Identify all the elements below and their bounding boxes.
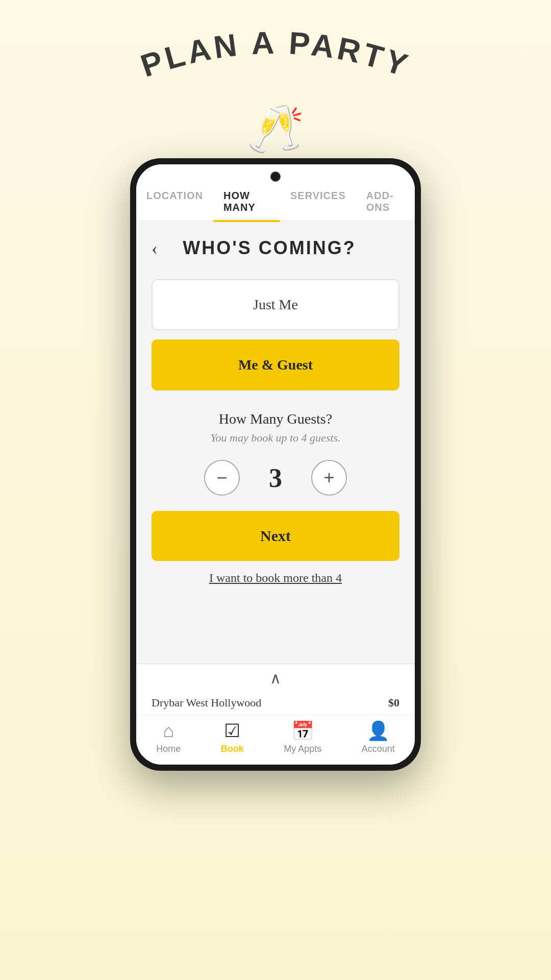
account-label: Account bbox=[362, 744, 395, 754]
plan-party-title: PLAN A PARTY bbox=[136, 25, 415, 84]
me-guest-button[interactable]: Me & Guest bbox=[152, 339, 399, 390]
phone-screen: LOCATION HOW MANY SERVICES ADD-ONS ‹ WHO… bbox=[136, 164, 415, 765]
nav-home[interactable]: ⌂ Home bbox=[156, 720, 181, 754]
bottom-nav: ⌂ Home ☑ Book 📅 My Appts 👤 Account bbox=[136, 715, 415, 765]
guests-section: How Many Guests? You may book up to 4 gu… bbox=[152, 411, 399, 496]
more-than-4-link[interactable]: I want to book more than 4 bbox=[152, 571, 399, 585]
counter-row: − 3 + bbox=[152, 460, 399, 496]
my-appts-label: My Appts bbox=[284, 744, 321, 754]
book-label: Book bbox=[221, 744, 244, 754]
guests-title: How Many Guests? bbox=[152, 411, 399, 427]
page-title: WHO'S COMING? bbox=[163, 237, 376, 259]
svg-text:PLAN A PARTY: PLAN A PARTY bbox=[136, 25, 415, 84]
tab-add-ons[interactable]: ADD-ONS bbox=[356, 186, 415, 217]
nav-my-appts[interactable]: 📅 My Appts bbox=[284, 720, 321, 754]
guests-subtitle: You may book up to 4 guests. bbox=[152, 431, 399, 445]
bottom-bar: ∧ Drybar West Hollywood $0 bbox=[136, 664, 415, 715]
camera-notch bbox=[136, 164, 415, 186]
nav-account[interactable]: 👤 Account bbox=[362, 720, 395, 754]
progress-tabs: LOCATION HOW MANY SERVICES ADD-ONS bbox=[136, 186, 415, 222]
book-icon: ☑ bbox=[224, 720, 240, 742]
phone-frame: LOCATION HOW MANY SERVICES ADD-ONS ‹ WHO… bbox=[130, 158, 421, 771]
price-display: $0 bbox=[388, 696, 399, 709]
tab-how-many[interactable]: HOW MANY bbox=[213, 186, 280, 217]
increment-button[interactable]: + bbox=[311, 460, 347, 496]
tab-location[interactable]: LOCATION bbox=[136, 186, 213, 217]
content-area: ‹ WHO'S COMING? Just Me Me & Guest How M… bbox=[136, 222, 415, 664]
account-icon: 👤 bbox=[367, 720, 390, 742]
decrement-button[interactable]: − bbox=[204, 460, 240, 496]
header-section: PLAN A PARTY 🥂 bbox=[0, 0, 551, 176]
champagne-icon: 🥂 bbox=[247, 102, 304, 156]
guest-count: 3 bbox=[260, 463, 291, 493]
just-me-button[interactable]: Just Me bbox=[152, 279, 399, 330]
tab-services[interactable]: SERVICES bbox=[280, 186, 356, 217]
camera-dot bbox=[270, 172, 281, 182]
page-background: PLAN A PARTY 🥂 LOCATION HOW MANY SERVI bbox=[0, 0, 551, 980]
options-section: Just Me Me & Guest bbox=[152, 269, 399, 401]
my-appts-icon: 📅 bbox=[291, 720, 314, 742]
next-button[interactable]: Next bbox=[152, 511, 399, 561]
page-header: ‹ WHO'S COMING? bbox=[152, 222, 399, 269]
location-bar: Drybar West Hollywood $0 bbox=[136, 687, 415, 715]
location-name: Drybar West Hollywood bbox=[152, 696, 261, 709]
chevron-up-button[interactable]: ∧ bbox=[136, 664, 415, 687]
back-button[interactable]: ‹ bbox=[152, 237, 158, 259]
nav-book[interactable]: ☑ Book bbox=[221, 720, 244, 754]
plan-party-arch: PLAN A PARTY bbox=[0, 31, 551, 97]
home-icon: ⌂ bbox=[163, 720, 174, 742]
home-label: Home bbox=[156, 744, 181, 754]
